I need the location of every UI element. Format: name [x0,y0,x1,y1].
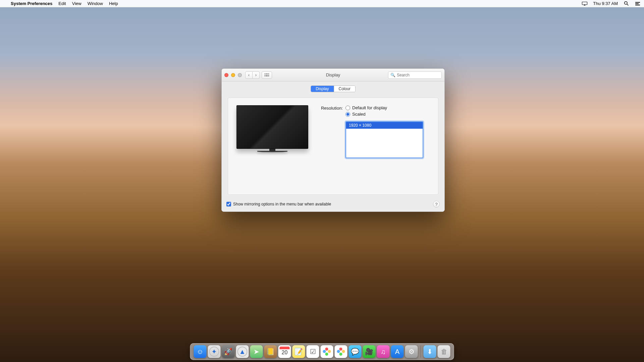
dock-contacts-icon[interactable]: 📒 [264,345,277,358]
window-footer: Show mirroring options in the menu bar w… [222,198,444,212]
menu-bar: System Preferences Edit View Window Help… [0,0,644,7]
dock-messages-icon[interactable]: 💬 [349,345,362,358]
radio-default-label: Default for display [352,105,387,110]
dock-itunes-icon[interactable]: ♫ [377,345,390,358]
menu-view[interactable]: View [72,1,82,6]
radio-scaled[interactable]: Scaled [345,112,423,117]
search-icon: 🔍 [390,73,395,77]
radio-scaled-input[interactable] [345,112,350,117]
dock-downloads-icon[interactable]: ⬇ [424,345,436,358]
dock-preview-icon[interactable] [321,345,333,358]
forward-button[interactable]: › [253,71,260,79]
spotlight-icon[interactable] [623,1,629,7]
dock-facetime-icon[interactable]: 🎥 [363,345,376,358]
resolution-option[interactable]: 644 × 362 [346,122,423,129]
radio-scaled-label: Scaled [352,112,366,117]
minimize-button[interactable] [231,73,235,77]
airplay-icon[interactable] [582,1,588,7]
window-titlebar[interactable]: ‹ › Display 🔍 [222,69,444,81]
dock-finder-icon[interactable]: ☺ [194,345,207,358]
tab-colour[interactable]: Colour [334,86,355,92]
dock-safari-icon[interactable]: ▲ [236,345,249,358]
resolution-list[interactable]: 644 × 362 [345,121,423,158]
monitor-illustration [236,105,309,186]
menubar-clock[interactable]: Thu 9:37 AM [593,1,618,6]
svg-line-2 [627,4,628,5]
dock-appstore-icon[interactable]: A [391,345,404,358]
dock-dashboard-icon[interactable]: ✦ [208,345,221,358]
grid-icon [265,73,269,76]
dock-launchpad-icon[interactable]: 🚀 [222,345,235,358]
mirroring-checkbox[interactable] [226,202,231,206]
monitor-screen-icon [236,105,308,149]
display-panel: Resolution: Default for display Scaled 1… [228,98,438,195]
back-button[interactable]: ‹ [245,71,253,79]
dock-system-preferences-icon[interactable]: ⚙ [405,345,418,358]
dock-maps-icon[interactable]: ➤ [250,345,263,358]
search-field[interactable]: 🔍 [388,71,442,79]
window-controls [224,73,242,77]
dock-notes-icon[interactable]: 📝 [292,345,305,358]
dock-photos-icon[interactable] [335,345,347,358]
search-input[interactable] [397,73,445,77]
radio-default-input[interactable] [345,106,350,110]
dock-separator [421,346,421,358]
dock: ☺ ✦ 🚀 ▲ ➤ 📒 20 📝 ☑ 💬 🎥 ♫ A ⚙ ⬇ 🗑 [190,343,454,360]
tab-control: Display Colour [311,85,356,92]
help-icon: ? [435,202,437,207]
dock-trash-icon[interactable]: 🗑 [438,345,450,358]
window-body: Display Colour Resolution: Default for d… [222,81,444,198]
app-menu[interactable]: System Preferences [11,1,52,6]
svg-point-1 [624,2,627,4]
zoom-button [238,73,242,77]
display-preferences-window: ‹ › Display 🔍 Display Colour [221,68,445,212]
mirroring-label: Show mirroring options in the menu bar w… [233,202,331,206]
tab-display[interactable]: Display [311,86,333,92]
notification-center-icon[interactable] [635,1,641,7]
help-button[interactable]: ? [433,201,440,207]
resolution-label: Resolution: [317,105,343,111]
menu-window[interactable]: Window [88,1,103,6]
menu-edit[interactable]: Edit [58,1,66,6]
show-all-button[interactable] [262,71,272,79]
dock-reminders-icon[interactable]: ☑ [307,345,319,358]
svg-rect-0 [582,2,587,4]
radio-default-for-display[interactable]: Default for display [345,105,423,110]
dock-calendar-icon[interactable]: 20 [278,345,291,358]
calendar-day: 20 [282,350,288,356]
menu-help[interactable]: Help [109,1,118,6]
nav-back-forward: ‹ › [245,71,260,79]
close-button[interactable] [224,73,228,77]
